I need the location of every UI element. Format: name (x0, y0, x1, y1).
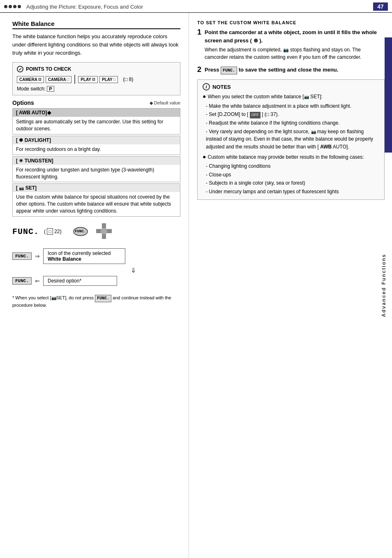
camera-btn-1: CAMERA ⊡ (17, 76, 44, 83)
notes-bullet-2: ● Custom white balance may provide bette… (203, 153, 379, 161)
mode-p-box: P (47, 86, 54, 92)
func-paren: ( □ 22) (44, 228, 62, 235)
arrow-left-2: ⇐ (35, 278, 40, 284)
notes-dash-1-1: - Make the white balance adjustment in a… (203, 102, 379, 110)
step-1-sub: When the adjustment is completed, 📷 stop… (205, 46, 385, 61)
func-result-text: Icon of the currently selectedWhite Bala… (48, 250, 111, 262)
func-desired-box: Desired option* (43, 276, 117, 286)
header-bar: Adjusting the Picture: Exposure, Focus a… (0, 0, 392, 13)
play-label-2: PLAY (102, 77, 113, 82)
main-content: White Balance The white balance function… (0, 13, 392, 558)
option-tungsten-header: [ ✳ TUNGSTEN] (13, 157, 180, 165)
option-tungsten-body: For recording under tungsten and tungste… (13, 165, 180, 182)
section-body: The white balance function helps you acc… (12, 32, 180, 57)
func-oval-btn: FUNC. (73, 227, 88, 236)
func-large-label: FUNC. (12, 227, 39, 236)
mode-switch-label: Mode switch: (17, 86, 47, 92)
mode-switch-line: Mode switch: P (17, 86, 176, 92)
notes-bullet-1: ● When you select the custom white balan… (203, 93, 379, 101)
notes-body: ● When you select the custom white balan… (203, 93, 379, 195)
step-2-func-btn: FUNC. (221, 67, 237, 74)
step-2-content: Press FUNC. to save the setting and clos… (205, 66, 385, 74)
play-sub-1: ⊡ (92, 77, 95, 81)
func-diag-row1: FUNC. ⇒ Icon of the currently selectedWh… (12, 248, 180, 264)
camera-sub-2: □ (67, 77, 69, 81)
option-tungsten: [ ✳ TUNGSTEN] For recording under tungst… (12, 156, 180, 183)
notes-bullet-1-text: When you select the custom white balance… (208, 93, 322, 101)
bullet-dot-2: ● (203, 153, 206, 161)
option-set-body: Use the custom white balance for special… (13, 192, 180, 216)
options-label: Options (12, 100, 34, 106)
step-1: 1 Point the camcorder at a white object,… (197, 28, 385, 61)
notes-label: NOTES (212, 84, 231, 90)
dpad-icon (96, 223, 112, 239)
points-title-label: POINTS TO CHECK (26, 66, 71, 72)
play-btn-1: PLAY ⊡ (78, 76, 98, 83)
func-section: FUNC. ( □ 22) FUNC. (12, 223, 180, 308)
footnote-func-btn: FUNC. (95, 295, 111, 302)
points-to-check-box: ✓ POINTS TO CHECK CAMERA ⊡ CAMERA □ PLAY (12, 62, 180, 95)
page-ref-8: (□ 8) (123, 76, 133, 82)
option-set: [ 📷 SET] Use the custom white balance fo… (12, 183, 180, 216)
option-daylight: [ ✱ DAYLIGHT] For recording outdoors on … (12, 136, 180, 155)
camera-sub-1: ⊡ (38, 77, 42, 81)
left-column: White Balance The white balance function… (0, 13, 189, 558)
option-daylight-header: [ ✱ DAYLIGHT] (13, 136, 180, 144)
step-1-num: 1 (197, 28, 201, 37)
notes-title: i NOTES (203, 83, 379, 90)
notes-dash-1-3: - Readjust the white balance if the ligh… (203, 119, 379, 127)
notes-dash-2-2: - Close-ups (203, 171, 379, 179)
camera-label-1: CAMERA (19, 77, 37, 82)
notes-dash-2-3: - Subjects in a single color (sky, sea o… (203, 179, 379, 187)
notes-bullet-2-text: Custom white balance may provide better … (208, 153, 364, 161)
default-value-label: ◆ Default value (150, 100, 180, 106)
option-set-header: [ 📷 SET] (13, 184, 180, 192)
func-diagram: FUNC. ⇒ Icon of the currently selectedWh… (12, 248, 180, 288)
section-title: White Balance (12, 20, 180, 29)
notes-dash-1-4: - Very rarely and depending on the light… (203, 128, 379, 151)
header-dot-1 (4, 5, 7, 8)
func-btn-2: FUNC. (12, 277, 32, 285)
arrow-down: ⇓ (12, 266, 180, 274)
header-dots: Adjusting the Picture: Exposure, Focus a… (4, 4, 143, 10)
option-auto-header: [ AWB AUTO]◆ (13, 109, 180, 117)
custom-wb-title: To set the custom white balance (197, 20, 385, 25)
step-1-main: Point the camcorder at a white object, z… (205, 29, 377, 44)
points-title: ✓ POINTS TO CHECK (17, 66, 176, 72)
camera-label-2: CAMERA (48, 77, 66, 82)
dpad-container (96, 223, 112, 240)
func-desired-text: Desired option* (48, 278, 81, 284)
notes-dash-1-2: - Set [D.ZOOM] to [ OFF ] (□ 37). (203, 111, 379, 118)
step-1-content: Point the camcorder at a white object, z… (205, 28, 385, 61)
sidebar-label-container: Advanced Functions (376, 54, 392, 517)
step-2-num: 2 (197, 66, 201, 74)
header-dot-4 (18, 5, 21, 8)
options-header: Options ◆ Default value (12, 100, 180, 106)
func-main-row: FUNC. ( □ 22) FUNC. (12, 223, 180, 240)
option-auto-body: Settings are automatically set by the ca… (13, 117, 180, 134)
step-2: 2 Press FUNC. to save the setting and cl… (197, 66, 385, 74)
option-tungsten-label: [ ✳ TUNGSTEN] (16, 158, 53, 164)
func-btn-1: FUNC. (12, 252, 32, 260)
play-label-1: PLAY (81, 77, 91, 82)
func-result-box: Icon of the currently selectedWhite Bala… (43, 248, 125, 264)
header-dot-2 (9, 5, 12, 8)
page-ref-box-22: □ (47, 228, 53, 235)
func-diag-row2: FUNC. ⇐ Desired option* (12, 276, 180, 286)
option-auto-icon: [ AWB AUTO]◆ (16, 110, 51, 116)
option-auto: [ AWB AUTO]◆ Settings are automatically … (12, 108, 180, 134)
camera-btn-2: CAMERA □ (46, 76, 71, 83)
option-daylight-label: [ ✱ DAYLIGHT] (16, 137, 51, 143)
play-sub-2: □ (113, 77, 115, 81)
right-column: To set the custom white balance 1 Point … (189, 13, 392, 558)
dpad-center (101, 228, 107, 234)
header-dot-3 (13, 5, 16, 8)
notes-dash-2-1: - Changing lighting conditions (203, 162, 379, 170)
divider (74, 75, 75, 84)
page-number: 47 (373, 2, 388, 11)
footnote: * When you select [📷SET], do not press F… (12, 295, 180, 308)
header-title: Adjusting the Picture: Exposure, Focus a… (26, 4, 143, 10)
play-btn-2: PLAY □ (99, 76, 118, 83)
sidebar-label: Advanced Functions (381, 254, 387, 317)
func-oval-icon: FUNC. (73, 227, 88, 236)
